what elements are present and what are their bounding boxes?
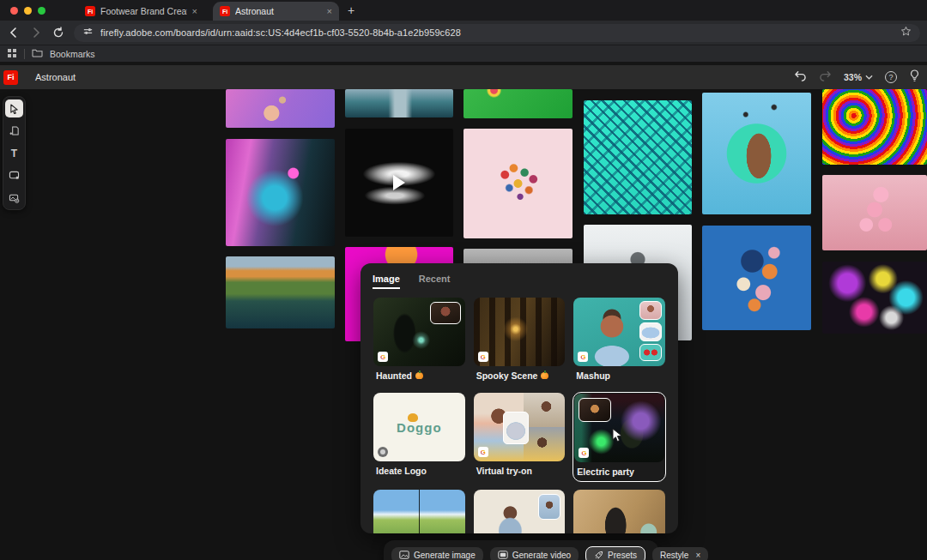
firefly-favicon: Fi [220,6,230,16]
new-tab-button[interactable]: + [339,3,363,21]
add-page-tool[interactable] [5,122,23,140]
maximize-window-button[interactable] [38,7,45,15]
address-bar[interactable]: firefly.adobe.com/boards/id/urn:aaid:sc:… [74,24,920,42]
redo-icon[interactable] [819,69,832,85]
back-icon[interactable] [7,26,21,39]
video-icon [498,551,508,559]
tab-close-icon[interactable]: × [327,7,332,16]
bookmarks-folder-label[interactable]: Bookmarks [50,49,95,59]
generate-toolbar: Generate image Generate video Presets Re… [384,540,658,560]
firefly-favicon: Fi [85,6,95,16]
screen: Fi Footwear Brand Creation × Fi Astronau… [0,0,927,560]
canvas-image-statue-collage[interactable] [702,93,811,214]
preset-thumbnail [573,490,665,533]
board-title[interactable]: Astronaut [35,72,76,82]
browser-tabstrip: Fi Footwear Brand Creation × Fi Astronau… [0,0,927,21]
tab-title: Footwear Brand Creation [100,6,187,16]
divider [24,49,25,59]
preset-label: Haunted [376,370,412,381]
preset-card-virtual-try-on[interactable]: G Virtual try-on [473,392,566,482]
browser-toolbar: firefly.adobe.com/boards/id/urn:aaid:sc:… [0,21,927,45]
preset-card-spooky-scene[interactable]: G Spooky Scene [473,297,566,385]
preset-card-haunted[interactable]: G Haunted [373,297,466,385]
folder-icon [32,48,43,59]
canvas-image-love-psychedelic[interactable] [822,89,927,165]
canvas-image-teal-cubes[interactable] [584,100,692,214]
presets-panel: Image Recent G Haunted G Spooky Scene [360,263,678,533]
preset-thumbnail: G [474,298,566,366]
media-tool[interactable] [5,189,23,207]
canvas-image-liquid-chrome[interactable] [822,262,927,334]
apps-grid-icon[interactable] [7,48,17,60]
chevron-down-icon [865,75,873,80]
canvas-image-flower-wings[interactable] [464,129,573,238]
generate-image-button[interactable]: Generate image [391,547,483,560]
reference-thumbnail [430,302,461,324]
close-window-button[interactable] [10,7,18,15]
tab-image[interactable]: Image [373,274,400,289]
presets-panel-tabs: Image Recent [373,274,666,289]
mouse-cursor [611,428,623,446]
image-icon [399,551,409,559]
bookmark-star-icon[interactable] [900,25,912,40]
preset-thumbnail: Doggo [373,393,465,461]
undo-icon[interactable] [794,69,807,85]
window-controls[interactable] [0,7,56,21]
reload-icon[interactable] [52,26,65,39]
zoom-level-value: 33% [844,72,862,82]
restyle-button[interactable]: Restyle × [652,547,708,560]
close-icon[interactable]: × [695,551,700,560]
preset-thumbnail: G [573,298,665,366]
preset-card-mashup[interactable]: G Mashup [573,297,666,385]
tab-close-icon[interactable]: × [192,7,197,16]
tab-astronaut[interactable]: Fi Astronaut × [213,2,339,21]
presets-button[interactable]: Presets [585,546,645,560]
select-tool[interactable] [5,99,23,117]
google-model-badge: G [579,448,589,458]
canvas-image-neon-portrait[interactable] [226,139,335,246]
tab-title: Astronaut [235,6,322,16]
preset-card-cropped-1[interactable] [373,489,466,533]
tab-footwear-brand-creation[interactable]: Fi Footwear Brand Creation × [78,2,204,21]
firefly-logo[interactable]: Fi [3,70,18,85]
canvas-image-teal-dock[interactable] [345,89,453,117]
canvas-video-holographic[interactable] [345,129,453,237]
tab-recent[interactable]: Recent [419,274,451,289]
google-model-badge: G [378,352,388,362]
preset-label: Ideate Logo [376,466,427,476]
minimize-window-button[interactable] [24,7,32,15]
text-tool[interactable]: T [5,144,23,162]
preset-card-cropped-3[interactable] [573,489,666,533]
rocket-icon [594,551,603,560]
preset-thumbnail: G [474,393,566,461]
canvas-image-blue-blobs[interactable] [702,226,811,330]
google-model-badge: G [578,352,588,362]
forward-icon[interactable] [29,26,43,39]
shape-frame-tool[interactable] [5,166,23,184]
board-canvas[interactable]: T Image Recent G Haunted [0,89,927,560]
zoom-level-control[interactable]: 33% [844,72,873,82]
help-icon[interactable]: ? [885,71,897,83]
preset-thumbnail: G [373,298,465,366]
canvas-image-hand-icecream[interactable] [226,89,335,128]
preset-label: Electric party [577,467,634,477]
canvas-image-forest-lake[interactable] [226,256,335,328]
reference-thumbnail [538,494,560,520]
generate-video-button[interactable]: Generate video [490,547,579,560]
google-model-badge: G [478,352,488,362]
canvas-image-green-flowers[interactable] [464,89,573,118]
lightbulb-icon[interactable] [909,69,920,86]
site-settings-icon[interactable] [82,25,94,40]
pumpkin-emoji [415,372,423,379]
canvas-image-balloon-dog[interactable] [822,175,927,250]
preset-label: Spooky Scene [476,370,538,381]
google-model-badge: G [478,447,488,457]
reference-thumbnail [639,301,662,320]
bookmarks-bar: Bookmarks [0,45,927,62]
reference-thumbnail [639,344,662,361]
preset-card-ideate-logo[interactable]: Doggo Ideate Logo [373,392,466,482]
preset-thumbnail [474,490,566,533]
reference-thumbnail [503,412,529,444]
play-icon[interactable] [393,175,405,190]
preset-card-cropped-2[interactable] [473,489,566,533]
